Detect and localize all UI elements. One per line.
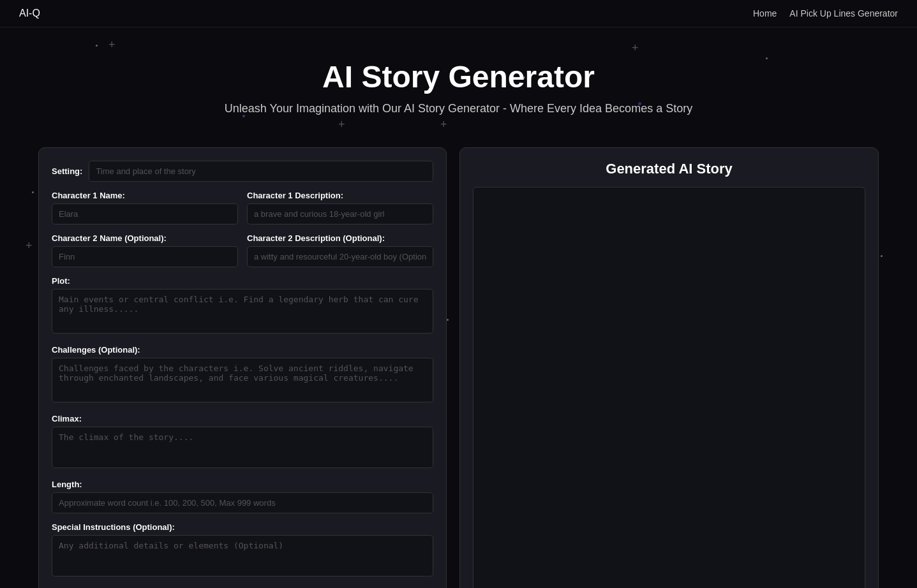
char2-name-label: Character 2 Name (Optional): xyxy=(52,233,238,243)
main-content: Setting: Character 1 Name: Character 1 D… xyxy=(0,135,917,588)
special-label: Special Instructions (Optional): xyxy=(52,522,433,532)
char2-name-input[interactable] xyxy=(52,246,238,267)
output-title: Generated AI Story xyxy=(473,161,865,177)
special-row: Special Instructions (Optional): xyxy=(52,522,433,579)
navbar: AI-Q Home AI Pick Up Lines Generator xyxy=(0,0,917,27)
challenges-input[interactable] xyxy=(52,358,433,402)
setting-input[interactable] xyxy=(89,161,433,182)
char1-name-label: Character 1 Name: xyxy=(52,191,238,200)
climax-input[interactable] xyxy=(52,427,433,468)
hero-title: AI Story Generator xyxy=(13,59,904,94)
setting-row: Setting: xyxy=(52,161,433,182)
story-output-panel: Generated AI Story Copy xyxy=(459,147,879,588)
challenges-label: Challenges (Optional): xyxy=(52,345,433,355)
char1-row: Character 1 Name: Character 1 Descriptio… xyxy=(52,191,433,224)
story-form-panel: Setting: Character 1 Name: Character 1 D… xyxy=(38,147,447,588)
length-label: Length: xyxy=(52,480,433,489)
nav-home[interactable]: Home xyxy=(753,8,777,18)
setting-label: Setting: xyxy=(52,166,82,176)
plot-label: Plot: xyxy=(52,276,433,286)
char1-desc-col: Character 1 Description: xyxy=(247,191,433,224)
char2-row: Character 2 Name (Optional): Character 2… xyxy=(52,233,433,267)
char1-desc-label: Character 1 Description: xyxy=(247,191,433,200)
length-row: Length: xyxy=(52,480,433,513)
length-input[interactable] xyxy=(52,492,433,513)
nav-links: Home AI Pick Up Lines Generator xyxy=(753,8,898,18)
char1-name-col: Character 1 Name: xyxy=(52,191,238,224)
char2-desc-input[interactable] xyxy=(247,246,433,267)
hero-section: AI Story Generator Unleash Your Imaginat… xyxy=(0,27,917,135)
special-input[interactable] xyxy=(52,535,433,577)
hero-subtitle: Unleash Your Imagination with Our AI Sto… xyxy=(13,102,904,115)
char1-desc-input[interactable] xyxy=(247,203,433,224)
climax-label: Climax: xyxy=(52,414,433,423)
plot-input[interactable] xyxy=(52,289,433,334)
nav-pickup-lines[interactable]: AI Pick Up Lines Generator xyxy=(789,8,898,18)
nav-brand[interactable]: AI-Q xyxy=(19,8,40,19)
char2-name-col: Character 2 Name (Optional): xyxy=(52,233,238,267)
char1-name-input[interactable] xyxy=(52,203,238,224)
char2-desc-col: Character 2 Description (Optional): xyxy=(247,233,433,267)
plot-row: Plot: xyxy=(52,276,433,336)
char2-desc-label: Character 2 Description (Optional): xyxy=(247,233,433,243)
story-output-area xyxy=(473,187,865,588)
challenges-row: Challenges (Optional): xyxy=(52,345,433,405)
climax-row: Climax: xyxy=(52,414,433,471)
